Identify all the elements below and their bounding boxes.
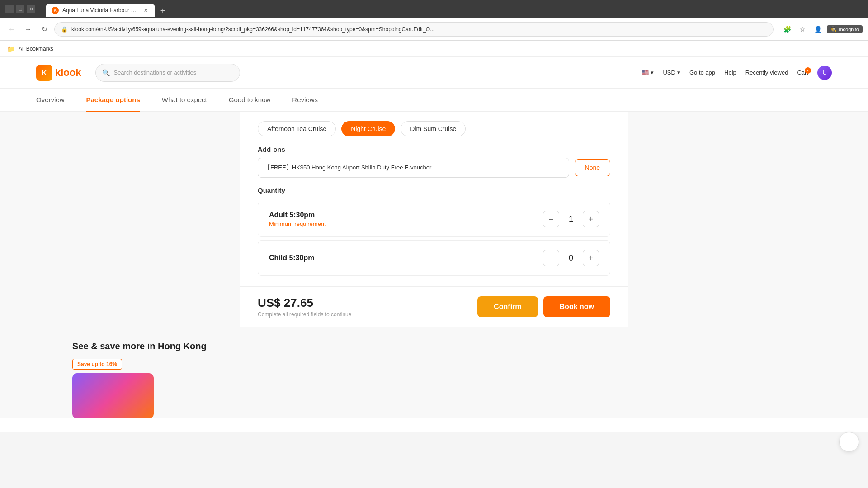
nav-what-to-expect[interactable]: What to expect bbox=[162, 89, 207, 112]
chevron-down-icon: ▾ bbox=[651, 69, 654, 76]
dim-sum-cruise-btn[interactable]: Dim Sum Cruise bbox=[401, 121, 466, 136]
minimize-button[interactable]: ─ bbox=[5, 5, 14, 13]
currency-selector[interactable]: USD ▾ bbox=[663, 69, 680, 76]
afternoon-tea-cruise-btn[interactable]: Afternoon Tea Cruise bbox=[258, 121, 336, 136]
incognito-icon: 🕵️ bbox=[830, 26, 837, 32]
price-note: Complete all required fields to continue bbox=[258, 311, 351, 318]
action-buttons: Confirm Book now bbox=[477, 296, 610, 317]
child-info: Child 5:30pm bbox=[269, 254, 314, 262]
adult-minimum-req: Minimum requirement bbox=[269, 221, 326, 227]
save-badge: Save up to 16% bbox=[72, 359, 122, 370]
klook-logo-text: klook bbox=[55, 67, 81, 79]
save-card[interactable]: Save up to 16% bbox=[72, 359, 154, 418]
cruise-type-row: Afternoon Tea Cruise Night Cruise Dim Su… bbox=[240, 112, 628, 136]
profile-button[interactable]: 👤 bbox=[811, 23, 824, 36]
language-selector[interactable]: 🇺🇸 ▾ bbox=[642, 69, 654, 76]
nav-package-options[interactable]: Package options bbox=[86, 89, 140, 112]
page-content: K klook 🔍 Search destinations or activit… bbox=[0, 57, 868, 432]
addon-row: 【FREE】HK$50 Hong Kong Airport Shilla Dut… bbox=[240, 158, 628, 178]
user-avatar[interactable]: U bbox=[817, 66, 832, 80]
new-tab-button[interactable]: + bbox=[156, 5, 169, 17]
cart-badge: • bbox=[805, 67, 811, 74]
adult-increment-button[interactable]: + bbox=[583, 211, 599, 227]
url-bar[interactable]: 🔒 klook.com/en-US/activity/659-aqualuna-… bbox=[54, 22, 774, 37]
incognito-label: Incognito bbox=[839, 27, 859, 32]
booking-container: Afternoon Tea Cruise Night Cruise Dim Su… bbox=[240, 112, 628, 327]
bookmarks-text: All Bookmarks bbox=[19, 46, 53, 52]
search-placeholder: Search destinations or activities bbox=[113, 69, 196, 76]
go-to-app-button[interactable]: Go to app bbox=[689, 69, 715, 76]
tab-title-text: Aqua Luna Victoria Harbour Cr... bbox=[62, 7, 138, 14]
adult-decrement-button[interactable]: − bbox=[543, 211, 559, 227]
bottom-bar: US$ 27.65 Complete all required fields t… bbox=[240, 286, 628, 327]
active-tab[interactable]: K Aqua Luna Victoria Harbour Cr... ✕ bbox=[46, 4, 155, 17]
forward-button[interactable]: → bbox=[22, 23, 34, 36]
flag-icon: 🇺🇸 bbox=[642, 69, 649, 76]
child-qty-value: 0 bbox=[566, 253, 576, 263]
lock-icon: 🔒 bbox=[61, 26, 68, 33]
refresh-button[interactable]: ↻ bbox=[38, 23, 51, 36]
night-cruise-btn[interactable]: Night Cruise bbox=[341, 121, 395, 136]
help-button[interactable]: Help bbox=[724, 69, 736, 76]
extensions-button[interactable]: 🧩 bbox=[781, 23, 793, 36]
adult-info: Adult 5:30pm Minimum requirement bbox=[269, 211, 326, 227]
tab-close-button[interactable]: ✕ bbox=[142, 7, 149, 14]
price-value: US$ 27.65 bbox=[258, 296, 351, 310]
tab-bar: K Aqua Luna Victoria Harbour Cr... ✕ + bbox=[42, 1, 863, 17]
addons-label: Add-ons bbox=[240, 136, 628, 158]
chevron-down-icon: ▾ bbox=[677, 69, 680, 76]
child-name: Child 5:30pm bbox=[269, 254, 314, 262]
child-decrement-button[interactable]: − bbox=[543, 250, 559, 266]
klook-logo-icon: K bbox=[36, 65, 52, 81]
child-quantity-row: Child 5:30pm − 0 + bbox=[258, 240, 610, 276]
bookmarks-folder-icon: 📁 bbox=[7, 45, 15, 52]
nav-overview[interactable]: Overview bbox=[36, 89, 65, 112]
book-now-button[interactable]: Book now bbox=[543, 296, 610, 317]
see-save-title: See & save more in Hong Kong bbox=[72, 341, 796, 352]
see-save-section: See & save more in Hong Kong Save up to … bbox=[36, 327, 832, 418]
tab-favicon: K bbox=[52, 7, 59, 14]
back-button[interactable]: ← bbox=[5, 23, 18, 36]
adult-qty-value: 1 bbox=[566, 215, 576, 224]
section-nav: Overview Package options What to expect … bbox=[0, 89, 868, 112]
window-controls: ─ □ ✕ bbox=[5, 5, 35, 13]
search-icon: 🔍 bbox=[102, 69, 110, 76]
maximize-button[interactable]: □ bbox=[16, 5, 24, 13]
incognito-badge: 🕵️ Incognito bbox=[827, 25, 863, 33]
main-content: Afternoon Tea Cruise Night Cruise Dim Su… bbox=[0, 112, 868, 418]
browser-nav-icons: 🧩 ☆ 👤 🕵️ Incognito bbox=[781, 23, 863, 36]
adult-name: Adult 5:30pm bbox=[269, 211, 326, 219]
quantity-section: Quantity Adult 5:30pm Minimum requiremen… bbox=[240, 178, 628, 286]
cart-button[interactable]: Cart • bbox=[797, 69, 808, 76]
nav-reviews[interactable]: Reviews bbox=[292, 89, 318, 112]
klook-logo[interactable]: K klook bbox=[36, 65, 81, 81]
addon-text: 【FREE】HK$50 Hong Kong Airport Shilla Dut… bbox=[264, 164, 431, 172]
addon-none-button[interactable]: None bbox=[575, 159, 610, 176]
child-qty-controls: − 0 + bbox=[543, 250, 599, 266]
adult-qty-controls: − 1 + bbox=[543, 211, 599, 227]
confirm-button[interactable]: Confirm bbox=[477, 296, 538, 317]
bookmark-button[interactable]: ☆ bbox=[796, 23, 809, 36]
bookmarks-bar: 📁 All Bookmarks bbox=[0, 41, 868, 57]
nav-right: 🇺🇸 ▾ USD ▾ Go to app Help Recently viewe… bbox=[642, 66, 832, 80]
quantity-label: Quantity bbox=[258, 187, 610, 194]
adult-quantity-row: Adult 5:30pm Minimum requirement − 1 + bbox=[258, 202, 610, 237]
recently-viewed-button[interactable]: Recently viewed bbox=[745, 69, 788, 76]
price-block: US$ 27.65 Complete all required fields t… bbox=[258, 296, 351, 318]
currency-label: USD bbox=[663, 69, 675, 76]
browser-titlebar: ─ □ ✕ K Aqua Luna Victoria Harbour Cr...… bbox=[0, 0, 868, 18]
child-increment-button[interactable]: + bbox=[583, 250, 599, 266]
url-text: klook.com/en-US/activity/659-aqualuna-ev… bbox=[71, 26, 767, 33]
search-bar[interactable]: 🔍 Search destinations or activities bbox=[95, 64, 240, 82]
klook-header: K klook 🔍 Search destinations or activit… bbox=[0, 57, 868, 89]
nav-bar: ← → ↻ 🔒 klook.com/en-US/activity/659-aqu… bbox=[0, 18, 868, 41]
close-button[interactable]: ✕ bbox=[27, 5, 35, 13]
addon-input[interactable]: 【FREE】HK$50 Hong Kong Airport Shilla Dut… bbox=[258, 158, 569, 178]
browser-chrome: ─ □ ✕ K Aqua Luna Victoria Harbour Cr...… bbox=[0, 0, 868, 57]
save-card-image bbox=[72, 373, 154, 418]
nav-good-to-know[interactable]: Good to know bbox=[229, 89, 271, 112]
